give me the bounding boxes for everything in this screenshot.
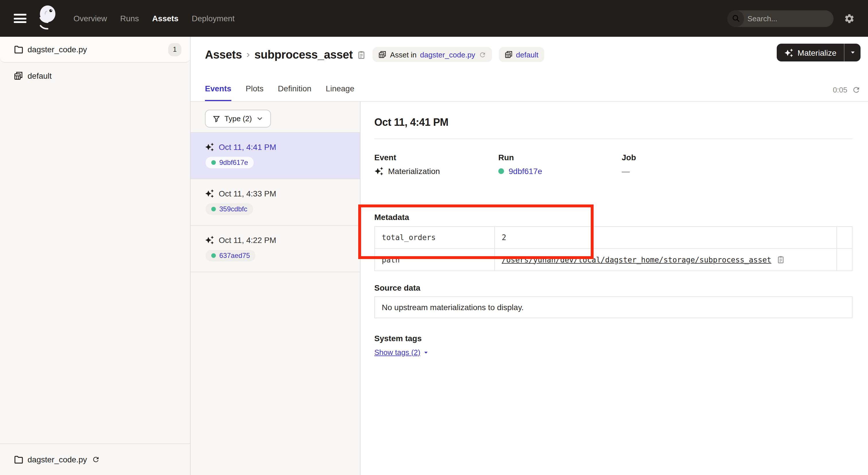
run-id-tag[interactable]: 359cdbfc	[206, 203, 253, 215]
folder-icon	[14, 455, 23, 464]
breadcrumb-assets-link[interactable]: Assets	[205, 48, 242, 61]
tab-events[interactable]: Events	[205, 84, 231, 101]
settings-gear-icon[interactable]	[844, 13, 855, 24]
run-status-dot	[211, 207, 216, 211]
source-data-heading: Source data	[374, 283, 852, 292]
asset-header: Assets › subprocess_asset Asset in dagst…	[191, 37, 868, 102]
asset-tabs: Events Plots Definition Lineage	[205, 84, 354, 101]
nav-links: Overview Runs Assets Deployment	[73, 14, 235, 23]
asset-group-tag: default	[499, 47, 544, 62]
caret-down-icon	[423, 350, 429, 355]
event-list-item-1[interactable]: Oct 11, 4:41 PM 9dbf617e	[191, 133, 360, 179]
metadata-table: total_orders 2 path /Users/yuhan/dev/loc…	[374, 226, 852, 271]
nav-item-deployment[interactable]: Deployment	[192, 14, 235, 23]
page-title-asset-name: subprocess_asset	[254, 48, 353, 61]
events-list-panel: Type (2) Oct 11, 4:41 PM 9dbf617e	[191, 102, 361, 475]
divider	[374, 139, 852, 139]
repo-grid-icon	[14, 71, 23, 81]
event-detail-panel: Oct 11, 4:41 PM Event Run Job Materializ…	[361, 102, 868, 475]
metadata-value-cell: 2	[495, 227, 837, 249]
asset-groups-sidebar: dagster_code.py 1 default dagster_code.p…	[0, 37, 191, 475]
chevron-down-icon	[256, 115, 263, 122]
event-list-item-3[interactable]: Oct 11, 4:22 PM 637aed75	[191, 226, 360, 272]
source-data-empty-state: No upstream materializations to display.	[374, 296, 852, 318]
sidebar-code-location-label: dagster_code.py	[28, 45, 87, 54]
asset-count-badge: 1	[168, 43, 181, 56]
job-column-label: Job	[622, 153, 852, 162]
metadata-action-cell	[837, 227, 852, 249]
sidebar-default-group-label: default	[28, 71, 52, 81]
tab-plots[interactable]: Plots	[246, 84, 264, 101]
repo-grid-icon	[505, 51, 513, 59]
show-tags-toggle[interactable]: Show tags (2)	[374, 348, 429, 357]
breadcrumb: Assets › subprocess_asset Asset in dagst…	[205, 46, 544, 64]
refresh-icon[interactable]	[852, 86, 861, 94]
dagster-octopus-icon	[35, 4, 59, 33]
search-box[interactable]: /	[727, 10, 834, 27]
materialize-button[interactable]: Materialize	[777, 43, 844, 61]
sidebar-footer-code-location: dagster_code.py	[0, 443, 190, 475]
event-list-item-2[interactable]: Oct 11, 4:33 PM 359cdbfc	[191, 179, 360, 226]
nav-item-runs[interactable]: Runs	[120, 14, 139, 23]
copy-path-icon[interactable]	[776, 256, 784, 264]
run-status-dot	[498, 168, 504, 174]
reload-location-icon[interactable]	[479, 51, 486, 58]
run-column-label: Run	[498, 153, 622, 162]
materialize-split-button: Materialize	[777, 43, 861, 61]
sparkle-icon	[784, 48, 794, 57]
code-location-link[interactable]: dagster_code.py	[420, 50, 475, 59]
dagster-logo[interactable]	[34, 3, 60, 33]
event-timestamp: Oct 11, 4:41 PM	[219, 143, 276, 152]
refresh-timer: 0:05	[833, 86, 861, 94]
run-id-label: 637aed75	[219, 251, 250, 260]
metadata-value-cell: /Users/yuhan/dev/local/dagster_home/stor…	[495, 249, 837, 270]
run-id-tag[interactable]: 9dbf617e	[206, 157, 254, 168]
metadata-key-cell: total_orders	[375, 227, 495, 249]
sidebar-item-code-location[interactable]: dagster_code.py 1	[0, 37, 190, 63]
event-column-label: Event	[374, 153, 498, 162]
materialization-sparkle-icon	[205, 189, 214, 198]
materialize-label: Materialize	[798, 48, 836, 57]
run-status-dot	[211, 160, 216, 165]
events-filter-bar: Type (2)	[191, 102, 360, 133]
materialization-sparkle-icon	[205, 143, 214, 152]
asset-location-prefix: Asset in	[390, 50, 417, 59]
type-filter-button[interactable]: Type (2)	[205, 110, 271, 127]
breadcrumb-separator: ›	[247, 49, 250, 60]
materialization-sparkle-icon	[374, 167, 383, 176]
dagster-asset-page: Overview Runs Assets Deployment / dagste…	[0, 0, 868, 475]
event-timestamp: Oct 11, 4:22 PM	[219, 236, 276, 245]
refresh-countdown: 0:05	[833, 86, 847, 94]
reload-code-location-icon[interactable]	[92, 455, 100, 464]
search-input[interactable]	[744, 14, 834, 23]
run-id-label: 9dbf617e	[219, 158, 248, 167]
repo-grid-icon	[379, 51, 386, 59]
hamburger-menu-icon[interactable]	[14, 14, 26, 23]
top-nav: Overview Runs Assets Deployment /	[0, 0, 868, 37]
tab-definition[interactable]: Definition	[278, 84, 311, 101]
show-tags-label: Show tags (2)	[374, 348, 420, 357]
job-value: —	[622, 167, 852, 176]
metadata-action-cell	[837, 249, 852, 270]
filter-funnel-icon	[212, 115, 220, 123]
run-id-label: 359cdbfc	[219, 205, 247, 213]
group-default-link[interactable]: default	[516, 50, 538, 59]
materialize-dropdown-button[interactable]	[844, 43, 861, 61]
run-status-dot	[211, 253, 216, 258]
nav-item-assets[interactable]: Assets	[152, 14, 179, 23]
storage-path-link[interactable]: /Users/yuhan/dev/local/dagster_home/stor…	[502, 255, 771, 264]
materialization-sparkle-icon	[205, 236, 214, 245]
copy-asset-name-icon[interactable]	[358, 50, 366, 59]
asset-location-tag: Asset in dagster_code.py	[373, 47, 492, 62]
type-filter-label: Type (2)	[224, 114, 252, 123]
run-id-tag[interactable]: 637aed75	[206, 250, 256, 261]
event-detail-title: Oct 11, 4:41 PM	[374, 117, 852, 129]
source-data-empty-message: No upstream materializations to display.	[382, 303, 524, 312]
search-icon	[727, 10, 744, 27]
footer-code-location-label: dagster_code.py	[28, 455, 87, 464]
sidebar-item-default-group[interactable]: default	[0, 64, 190, 87]
event-type-value: Materialization	[388, 167, 440, 176]
nav-item-overview[interactable]: Overview	[73, 14, 107, 23]
run-id-link[interactable]: 9dbf617e	[508, 167, 542, 176]
tab-lineage[interactable]: Lineage	[326, 84, 354, 101]
